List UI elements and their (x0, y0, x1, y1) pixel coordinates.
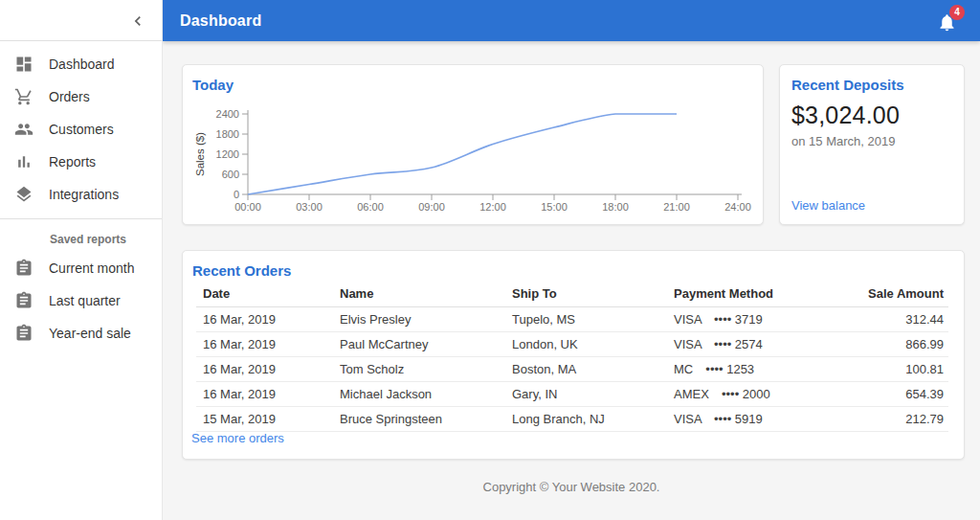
table-cell: 16 Mar, 2019 (196, 382, 333, 407)
table-cell: 212.79 (849, 407, 948, 432)
table-cell: Bruce Springsteen (333, 407, 505, 432)
svg-text:18:00: 18:00 (602, 201, 629, 213)
orders-table-header-row: DateNameShip ToPayment MethodSale Amount (196, 283, 948, 307)
column-header: Date (196, 283, 333, 307)
people-icon (14, 120, 33, 139)
svg-text:00:00: 00:00 (234, 201, 261, 213)
table-cell: Elvis Presley (333, 307, 505, 332)
sidebar-item-current-month[interactable]: Current month (0, 252, 162, 284)
view-balance-link[interactable]: View balance (791, 198, 865, 213)
table-cell: 15 Mar, 2019 (196, 407, 333, 432)
recent-deposits-card: Recent Deposits $3,024.00 on 15 March, 2… (779, 64, 965, 225)
collapse-sidebar-button[interactable] (125, 9, 150, 34)
sidebar-item-label: Current month (49, 260, 134, 276)
table-row: 15 Mar, 2019Bruce SpringsteenLong Branch… (196, 407, 948, 432)
saved-reports-header: Saved reports (0, 219, 162, 252)
svg-text:1200: 1200 (216, 148, 239, 160)
dashboard-icon (14, 55, 33, 74)
sidebar-item-label: Last quarter (49, 293, 121, 308)
sidebar-item-integrations[interactable]: Integrations (0, 178, 162, 211)
table-cell: London, UK (505, 332, 667, 357)
table-cell: VISA ⠀•••• 3719 (667, 307, 849, 332)
svg-text:2400: 2400 (216, 108, 239, 120)
deposit-amount: $3,024.00 (780, 93, 964, 129)
svg-text:0: 0 (234, 189, 239, 200)
table-cell: 16 Mar, 2019 (196, 307, 333, 332)
sidebar-item-label: Year-end sale (49, 326, 131, 341)
table-cell: 866.99 (849, 332, 948, 357)
svg-text:15:00: 15:00 (541, 201, 568, 213)
sidebar-item-reports[interactable]: Reports (0, 146, 162, 178)
table-cell: 16 Mar, 2019 (196, 332, 333, 357)
svg-text:21:00: 21:00 (663, 201, 690, 213)
table-cell: Paul McCartney (333, 332, 505, 357)
sidebar-item-label: Orders (49, 89, 90, 104)
table-cell: VISA ⠀•••• 5919 (667, 407, 849, 432)
sidebar-saved-list: Current monthLast quarterYear-end sale (0, 252, 162, 350)
cart-icon (14, 87, 33, 106)
sidebar-item-last-quarter[interactable]: Last quarter (0, 284, 162, 317)
sidebar-header (0, 0, 162, 41)
table-row: 16 Mar, 2019Elvis PresleyTupelo, MSVISA … (196, 307, 948, 332)
page-title: Dashboard (163, 12, 261, 30)
svg-text:600: 600 (222, 169, 239, 180)
sales-line-chart: 060012001800240000:0003:0006:0009:0012:0… (183, 97, 757, 221)
table-cell: AMEX ⠀•••• 2000 (667, 382, 849, 407)
notifications-badge: 4 (949, 5, 965, 20)
svg-text:Sales ($): Sales ($) (194, 132, 206, 176)
layers-icon (14, 185, 33, 204)
svg-text:06:00: 06:00 (357, 201, 384, 213)
table-row: 16 Mar, 2019Michael JacksonGary, INAMEX … (196, 382, 948, 407)
sidebar-main-list: DashboardOrdersCustomersReportsIntegrati… (0, 41, 162, 211)
sidebar: DashboardOrdersCustomersReportsIntegrati… (0, 0, 163, 520)
table-cell: Tupelo, MS (505, 307, 667, 332)
svg-text:03:00: 03:00 (296, 201, 323, 213)
assignment-icon (14, 324, 33, 343)
today-chart-card: Today 060012001800240000:0003:0006:0009:… (182, 64, 764, 225)
sidebar-item-dashboard[interactable]: Dashboard (0, 48, 162, 80)
app-bar: Dashboard 4 (163, 0, 980, 41)
table-cell: MC ⠀•••• 1253 (667, 357, 849, 382)
sidebar-item-year-end-sale[interactable]: Year-end sale (0, 317, 162, 350)
sidebar-item-label: Customers (49, 122, 114, 137)
table-cell: Long Branch, NJ (505, 407, 667, 432)
table-cell: 312.44 (849, 307, 948, 332)
chart-title: Today (183, 65, 763, 93)
notifications-button[interactable]: 4 (934, 9, 959, 34)
table-cell: 654.39 (849, 382, 948, 407)
deposits-title: Recent Deposits (780, 65, 964, 93)
table-cell: Boston, MA (505, 357, 667, 382)
main-content: Today 060012001800240000:0003:0006:0009:… (163, 41, 980, 520)
table-row: 16 Mar, 2019Tom ScholzBoston, MAMC ⠀••••… (196, 357, 948, 382)
table-cell: Tom Scholz (333, 357, 505, 382)
table-cell: 16 Mar, 2019 (196, 357, 333, 382)
svg-text:1800: 1800 (216, 128, 239, 140)
footer-copyright: Copyright © Your Website 2020. (163, 480, 980, 494)
column-header: Payment Method (667, 283, 849, 307)
sidebar-item-label: Reports (49, 154, 96, 170)
svg-text:12:00: 12:00 (479, 201, 506, 213)
sidebar-item-orders[interactable]: Orders (0, 80, 162, 113)
svg-text:24:00: 24:00 (724, 201, 751, 213)
column-header: Ship To (505, 283, 667, 307)
table-cell: VISA ⠀•••• 2574 (667, 332, 849, 357)
assignment-icon (14, 259, 33, 278)
assignment-icon (14, 291, 33, 310)
table-cell: Gary, IN (505, 382, 667, 407)
column-header: Name (333, 283, 505, 307)
orders-table: DateNameShip ToPayment MethodSale Amount… (196, 283, 948, 432)
sidebar-item-label: Dashboard (49, 57, 115, 72)
bar-chart-icon (14, 152, 33, 171)
orders-title: Recent Orders (183, 251, 964, 279)
sidebar-item-customers[interactable]: Customers (0, 113, 162, 146)
chevron-left-icon (125, 11, 150, 31)
column-header: Sale Amount (849, 283, 948, 307)
see-more-orders-link[interactable]: See more orders (191, 431, 284, 445)
table-row: 16 Mar, 2019Paul McCartneyLondon, UKVISA… (196, 332, 948, 357)
sidebar-item-label: Integrations (49, 187, 119, 202)
svg-text:09:00: 09:00 (418, 201, 445, 213)
table-cell: Michael Jackson (333, 382, 505, 407)
table-cell: 100.81 (849, 357, 948, 382)
recent-orders-card: Recent Orders DateNameShip ToPayment Met… (182, 250, 965, 460)
deposit-date: on 15 March, 2019 (780, 129, 964, 148)
